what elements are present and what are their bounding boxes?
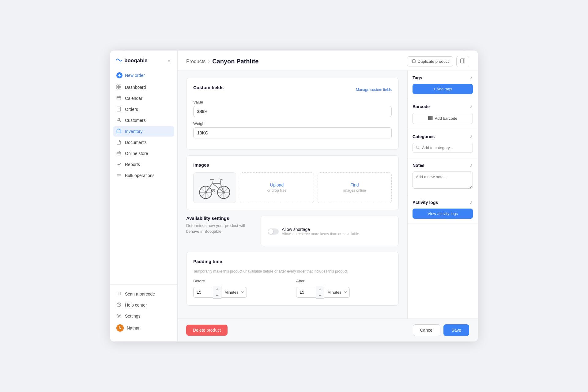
find-sub: images online: [343, 188, 366, 193]
padding-time-subtitle: Temporarily make this product unavailabl…: [193, 269, 392, 274]
center-panel: Custom fields Manage custom fields Value…: [178, 70, 407, 319]
svg-rect-8: [117, 152, 121, 155]
view-activity-logs-button[interactable]: View activity logs: [413, 209, 473, 219]
barcode-lines-icon: [428, 116, 433, 121]
svg-rect-12: [120, 292, 120, 295]
documents-icon: [116, 140, 122, 145]
sidebar-collapse-button[interactable]: «: [167, 57, 172, 64]
find-images-box[interactable]: Find images online: [318, 172, 392, 203]
svg-point-15: [119, 306, 119, 306]
help-icon: [116, 302, 122, 308]
sidebar-item-scan-barcode[interactable]: Scan a barcode: [113, 289, 174, 299]
sidebar-item-orders[interactable]: Orders: [113, 104, 174, 115]
upload-box[interactable]: Upload or drop files: [240, 172, 314, 203]
cancel-button[interactable]: Cancel: [413, 324, 440, 336]
save-button[interactable]: Save: [443, 324, 469, 336]
sidebar-item-customers[interactable]: Customers: [113, 115, 174, 126]
avatar: N: [116, 324, 124, 332]
notes-title: Notes: [413, 163, 424, 168]
svg-rect-34: [429, 116, 430, 120]
availability-info: Availability settings Determines how you…: [186, 216, 255, 246]
panel-toggle-button[interactable]: [456, 56, 469, 67]
add-barcode-button[interactable]: Add barcode: [413, 113, 473, 124]
dashboard-icon: [116, 85, 122, 90]
sidebar-item-settings[interactable]: Settings: [113, 311, 174, 321]
before-unit-select[interactable]: Minutes Hours Days: [221, 287, 247, 298]
notes-textarea[interactable]: [413, 172, 473, 189]
manage-custom-fields-link[interactable]: Manage custom fields: [356, 88, 392, 92]
inventory-icon: [116, 129, 122, 134]
padding-time-title: Padding time: [193, 259, 392, 264]
sidebar-item-dashboard[interactable]: Dashboard: [113, 82, 174, 92]
new-order-button[interactable]: + New order: [113, 70, 174, 81]
sidebar-item-online-store[interactable]: Online store: [113, 148, 174, 159]
breadcrumb: Products › Canyon Pathlite: [186, 58, 258, 65]
user-menu[interactable]: N Nathan: [113, 322, 174, 334]
logo-icon: [116, 57, 123, 64]
duplicate-product-button[interactable]: Duplicate product: [407, 56, 453, 66]
sidebar-item-help-center[interactable]: Help center: [113, 300, 174, 310]
store-icon: [116, 151, 122, 156]
delete-product-button[interactable]: Delete product: [186, 325, 228, 336]
sidebar-item-reports[interactable]: Reports: [113, 159, 174, 170]
sidebar-item-documents[interactable]: Documents: [113, 137, 174, 148]
top-bar-actions: Duplicate product: [407, 56, 469, 67]
categories-title: Categories: [413, 134, 435, 139]
svg-rect-0: [117, 85, 119, 87]
before-stepper: + − Minutes Hours Days: [193, 286, 289, 299]
content-area: Custom fields Manage custom fields Value…: [178, 70, 478, 319]
logo: booqable: [116, 57, 148, 64]
tags-collapse-button[interactable]: ∧: [470, 75, 473, 80]
settings-icon: [116, 313, 122, 319]
activity-logs-collapse-button[interactable]: ∧: [470, 200, 473, 205]
sidebar-item-bulk-operations[interactable]: Bulk operations: [113, 170, 174, 181]
barcode-section: Barcode ∧ Add barcode: [408, 99, 478, 129]
svg-rect-13: [121, 292, 121, 295]
after-unit-select[interactable]: Minutes Hours Days: [324, 287, 350, 298]
svg-rect-11: [119, 292, 119, 295]
before-increment-button[interactable]: +: [213, 286, 221, 292]
product-image-thumbnail[interactable]: [193, 172, 236, 203]
weight-input[interactable]: [193, 127, 392, 138]
availability-desc: Determines how your product will behave …: [186, 223, 255, 235]
barcode-collapse-button[interactable]: ∧: [470, 104, 473, 109]
before-stepper-buttons: + −: [213, 286, 221, 299]
after-value-input[interactable]: [296, 287, 316, 298]
value-input[interactable]: [193, 106, 392, 117]
notes-collapse-button[interactable]: ∧: [470, 163, 473, 168]
svg-rect-2: [117, 87, 119, 89]
upload-label: Upload: [270, 183, 284, 187]
svg-rect-33: [428, 116, 429, 120]
tags-title: Tags: [413, 75, 422, 80]
before-value-input[interactable]: [193, 287, 213, 298]
after-decrement-button[interactable]: −: [316, 292, 324, 298]
breadcrumb-parent[interactable]: Products: [186, 59, 205, 64]
sidebar-item-inventory[interactable]: Inventory: [113, 126, 174, 137]
after-stepper-buttons: + −: [316, 286, 324, 299]
barcode-title: Barcode: [413, 104, 430, 109]
svg-rect-18: [461, 59, 465, 63]
footer-right-actions: Cancel Save: [413, 324, 469, 336]
allow-shortage-toggle[interactable]: [268, 228, 279, 235]
svg-point-6: [118, 118, 120, 120]
after-increment-button[interactable]: +: [316, 286, 324, 292]
page-title: Canyon Pathlite: [212, 58, 258, 65]
svg-rect-4: [117, 96, 121, 100]
shortage-title: Allow shortage: [282, 227, 360, 232]
svg-rect-9: [117, 292, 117, 295]
value-field-group: Value: [193, 100, 392, 117]
svg-rect-36: [431, 116, 432, 120]
page-footer: Delete product Cancel Save: [178, 318, 478, 341]
sidebar-item-calendar[interactable]: Calendar: [113, 93, 174, 104]
availability-section: Availability settings Determines how you…: [186, 216, 399, 246]
before-decrement-button[interactable]: −: [213, 292, 221, 298]
add-tags-button[interactable]: + Add tags: [413, 84, 473, 94]
calendar-icon: [116, 96, 122, 101]
weight-label: Weight: [193, 121, 392, 126]
padding-time-card: Padding time Temporarily make this produ…: [186, 252, 399, 306]
categories-collapse-button[interactable]: ∧: [470, 134, 473, 139]
top-bar: Products › Canyon Pathlite Duplicate pro…: [178, 51, 478, 70]
category-search-input[interactable]: [413, 143, 473, 153]
sidebar: booqable « + New order Dashboard: [110, 51, 178, 342]
svg-rect-37: [432, 116, 433, 120]
